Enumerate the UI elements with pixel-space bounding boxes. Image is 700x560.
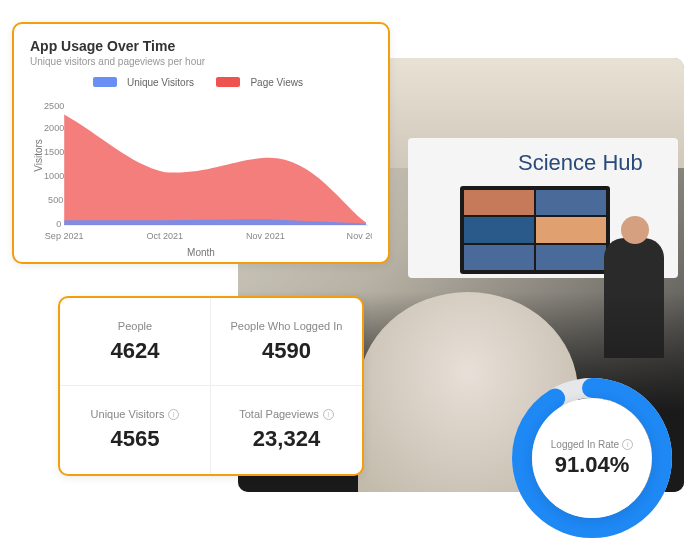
info-icon[interactable]: i (168, 409, 179, 420)
legend-swatch-unique-visitors (93, 77, 117, 87)
stat-value: 4624 (111, 338, 160, 364)
stat-value: 4565 (111, 426, 160, 452)
chart-card: App Usage Over Time Unique visitors and … (12, 22, 390, 264)
hub-label: Science Hub (518, 150, 643, 176)
chart-legend: Unique Visitors Page Views (30, 73, 372, 91)
chart-subtitle: Unique visitors and pageviews per hour (30, 56, 372, 67)
svg-text:Oct 2021: Oct 2021 (146, 231, 183, 241)
stat-total-pageviews: Total Pageviewsi 23,324 (211, 386, 362, 474)
stat-value: 4590 (262, 338, 311, 364)
stat-label: Total Pageviewsi (239, 408, 334, 420)
legend-label: Unique Visitors (127, 77, 194, 88)
x-axis-label: Month (30, 247, 372, 258)
chart-title: App Usage Over Time (30, 38, 372, 54)
chart-plot: Visitors 0 500 1000 1500 2000 2500 Sep 2… (30, 95, 372, 245)
donut-label: Logged In Rate (551, 439, 619, 450)
legend-label: Page Views (250, 77, 303, 88)
stats-card: People 4624 People Who Logged In 4590 Un… (58, 296, 364, 476)
donut-center: Logged In Ratei 91.04% (532, 398, 652, 518)
svg-text:Nov 2021: Nov 2021 (347, 231, 372, 241)
svg-text:2000: 2000 (44, 123, 64, 133)
svg-text:Nov 2021: Nov 2021 (246, 231, 285, 241)
legend-swatch-page-views (216, 77, 240, 87)
stat-logged-in: People Who Logged In 4590 (211, 298, 362, 386)
stat-label: People (118, 320, 152, 332)
donut-value: 91.04% (555, 452, 630, 478)
info-icon[interactable]: i (622, 439, 633, 450)
donut-chart: Logged In Ratei 91.04% (508, 374, 676, 542)
stat-people: People 4624 (60, 298, 211, 386)
stat-unique-visitors: Unique Visitorsi 4565 (60, 386, 211, 474)
y-axis-label: Visitors (33, 139, 44, 172)
svg-text:0: 0 (56, 219, 61, 229)
series-page-views-area (64, 115, 366, 225)
stat-label: Unique Visitorsi (91, 408, 180, 420)
svg-text:500: 500 (48, 195, 63, 205)
info-icon[interactable]: i (323, 409, 334, 420)
svg-text:2500: 2500 (44, 101, 64, 111)
stat-label: People Who Logged In (231, 320, 343, 332)
svg-text:1500: 1500 (44, 147, 64, 157)
svg-text:Sep 2021: Sep 2021 (45, 231, 84, 241)
stat-value: 23,324 (253, 426, 320, 452)
svg-text:1000: 1000 (44, 171, 64, 181)
